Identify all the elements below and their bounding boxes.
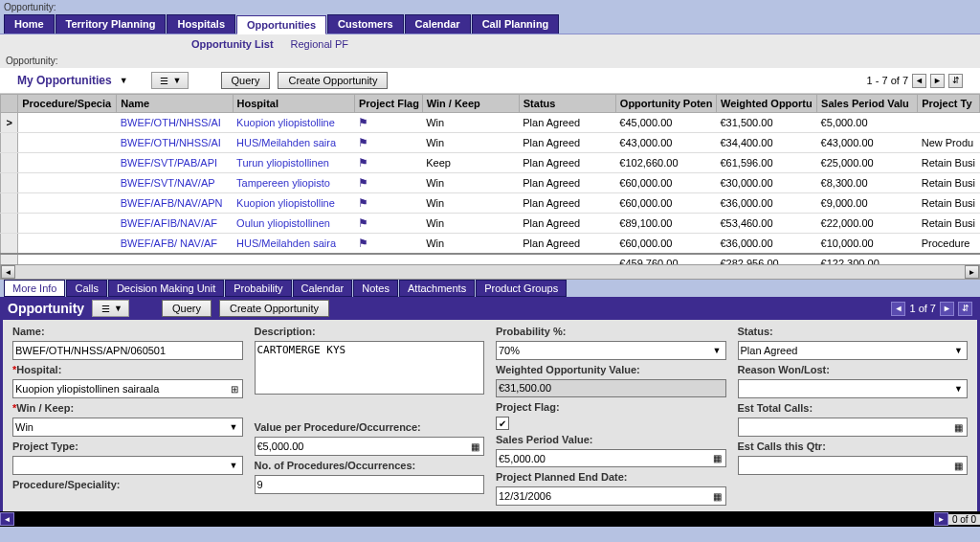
query-button[interactable]: Query [221,72,271,89]
grid-scrollbar[interactable]: ◄ ► [0,264,980,280]
status-label: Status: [738,326,969,337]
section-label: Opportunity: [0,54,980,68]
next-button[interactable]: ► [930,74,945,88]
detail-next-button[interactable]: ► [940,302,954,316]
scroll-right-button[interactable]: ► [965,265,979,279]
description-label: Description: [255,326,485,337]
status-right-button[interactable]: ► [934,512,948,526]
status-left-button[interactable]: ◄ [0,512,14,526]
tab-home[interactable]: Home [4,14,55,34]
detail-tab-probability[interactable]: Probability [225,280,291,297]
detail-create-button[interactable]: Create Opportunity [219,300,329,317]
table-row[interactable]: BWEF/SVT/PAB/APITurun yliopistollinen⚑Ke… [1,153,980,173]
calculator-icon[interactable]: ▦ [711,453,724,463]
etc-field[interactable]: ▦ [738,418,969,437]
scroll-left-button[interactable]: ◄ [1,265,15,279]
tab-hospitals[interactable]: Hospitals [167,14,235,34]
prev-button[interactable]: ◄ [912,74,926,88]
valper-field[interactable]: ▦ [255,437,485,456]
toggle-view-button[interactable]: ⇵ [948,74,963,88]
tab-opportunities[interactable]: Opportunities [236,15,326,34]
menu-icon: ☰ [158,74,171,87]
table-row[interactable]: BWEF/AFB/ NAV/AFHUS/Meilahden saira⚑WinP… [1,234,980,255]
table-row[interactable]: BWEF/AFB/NAV/APNKuopion yliopistolline⚑W… [1,193,980,214]
wov-label: Weighted Opportunity Value: [496,364,726,375]
detail-tab-notes[interactable]: Notes [353,280,398,297]
table-row[interactable]: BWEF/SVT/NAV/APTampereen yliopisto⚑WinPl… [1,173,980,193]
tab-territory-planning[interactable]: Territory Planning [56,14,167,34]
table-row[interactable]: BWEF/AFIB/NAV/AFOulun yliopistollinen⚑Wi… [1,214,980,234]
pick-icon[interactable]: ⊞ [229,384,240,395]
spv-field[interactable]: ▦ [496,449,726,468]
detail-tab-calendar[interactable]: Calendar [293,280,353,297]
status-counter: 0 of 0 [948,514,980,525]
pped-label: Project Planned End Date: [496,471,726,483]
winkeep-label: Win / Keep: [12,402,243,414]
create-opportunity-button[interactable]: Create Opportunity [278,72,388,89]
col-header[interactable]: Project Flag [354,95,422,113]
chevron-down-icon[interactable]: ▼ [228,422,240,432]
hospital-field[interactable]: ⊞ [12,379,243,398]
col-header[interactable]: Procedure/Specia [18,95,117,113]
noproc-field[interactable] [255,475,485,494]
pped-field[interactable]: ▦ [496,486,726,506]
col-header[interactable]: Project Ty [918,95,980,113]
chevron-down-icon[interactable]: ▼ [120,76,128,85]
flag-icon: ⚑ [358,216,368,230]
tab-call-planning[interactable]: Call Planning [472,14,560,34]
col-header[interactable]: Name [117,95,233,113]
rwl-field[interactable]: ▼ [738,379,969,398]
list-title: My Opportunities [17,74,112,87]
detail-menu-button[interactable]: ☰▼ [92,300,129,317]
calculator-icon[interactable]: ▦ [469,441,481,452]
projtype-label: Project Type: [12,440,243,452]
project-flag-checkbox[interactable]: ✔ [496,417,509,430]
flag-icon: ⚑ [358,196,368,210]
col-header[interactable]: Hospital [233,95,354,113]
detail-tab-product-groups[interactable]: Product Groups [476,280,567,297]
table-row[interactable]: >BWEF/OTH/NHSS/AIKuopion yliopistolline⚑… [1,113,980,133]
description-field[interactable] [255,341,485,395]
app-header: Opportunity: [0,0,980,14]
ecq-field[interactable]: ▦ [738,456,969,475]
prob-field[interactable]: ▼ [496,341,726,360]
chevron-down-icon[interactable]: ▼ [711,346,724,355]
calculator-icon[interactable]: ▦ [952,461,965,471]
detail-tab-more-info[interactable]: More Info [4,280,65,297]
col-header[interactable]: Win / Keep [422,95,519,113]
chevron-down-icon[interactable]: ▼ [952,384,965,394]
status-field[interactable]: ▼ [738,341,969,360]
menu-icon: ☰ [99,302,112,315]
detail-query-button[interactable]: Query [162,300,212,317]
header-label: Opportunity: [4,2,56,12]
tab-customers[interactable]: Customers [327,14,403,34]
detail-tab-decision-making-unit[interactable]: Decision Making Unit [108,280,224,297]
chevron-down-icon[interactable]: ▼ [952,346,965,355]
col-header[interactable]: Opportunity Poten [615,95,716,113]
sub-tabs: Opportunity ListRegional PF [0,34,980,54]
detail-tabs: More InfoCallsDecision Making UnitProbab… [0,280,980,297]
status-bar: ◄ ► 0 of 0 [0,511,980,527]
winkeep-field[interactable]: ▼ [12,418,243,437]
wov-field [496,379,726,398]
tab-calendar[interactable]: Calendar [405,14,471,34]
valper-label: Value per Procedure/Occurrence: [255,421,485,433]
flag-icon: ⚑ [358,116,368,129]
detail-tab-calls[interactable]: Calls [66,280,106,297]
col-header[interactable]: Status [519,95,615,113]
prob-label: Probability %: [496,326,726,337]
col-header[interactable]: Sales Period Valu [817,95,918,113]
list-menu-button[interactable]: ☰▼ [151,72,189,89]
subtab-opportunity-list[interactable]: Opportunity List [191,38,274,50]
chevron-down-icon[interactable]: ▼ [228,461,240,470]
detail-prev-button[interactable]: ◄ [891,302,905,316]
projtype-field[interactable]: ▼ [12,456,243,475]
col-header[interactable]: Weighted Opportu [716,95,816,113]
detail-toggle-button[interactable]: ⇵ [958,302,972,316]
calculator-icon[interactable]: ▦ [952,422,965,433]
table-row[interactable]: BWEF/OTH/NHSS/AIHUS/Meilahden saira⚑WinP… [1,133,980,153]
name-field[interactable] [12,341,243,360]
calendar-icon[interactable]: ▦ [711,491,724,502]
detail-tab-attachments[interactable]: Attachments [399,280,475,297]
subtab-regional-pf[interactable]: Regional PF [291,38,349,50]
